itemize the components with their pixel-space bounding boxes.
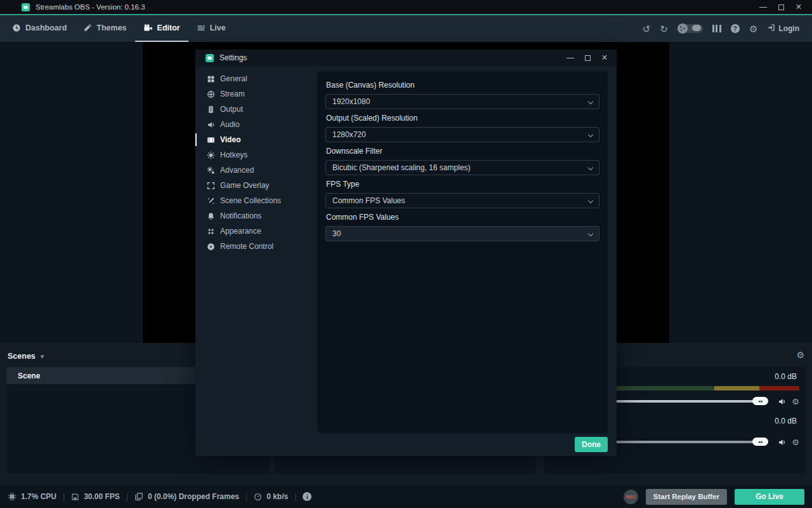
channel-gear-icon[interactable]: ⚙	[792, 397, 799, 406]
themes-icon	[83, 23, 92, 32]
minimize-icon[interactable]: —	[757, 2, 769, 12]
globe-icon	[207, 90, 215, 98]
settings-dialog-icon	[206, 54, 214, 62]
settings-nav-audio[interactable]: Audio	[195, 117, 317, 132]
settings-nav-notifications[interactable]: Notifications	[195, 208, 317, 224]
cpu-status: 1.7% CPU	[8, 492, 56, 501]
nav-live[interactable]: Live	[188, 15, 234, 42]
mixer-channel-db: 0.0 dB	[775, 372, 797, 381]
chevron-down-icon	[588, 165, 593, 170]
video-settings-form: Base (Canvas) Resolution 1920x1080 Outpu…	[317, 71, 608, 433]
fps-status: 30.00 FPS	[71, 492, 120, 501]
settings-nav-stream[interactable]: Stream	[195, 86, 317, 102]
night-mode-toggle[interactable]	[678, 23, 703, 34]
wand-icon	[207, 197, 215, 205]
dialog-maximize-icon[interactable]	[582, 53, 593, 63]
volume-slider-handle[interactable]: ◂▸	[752, 438, 768, 446]
settings-nav-appearance[interactable]: Appearance	[195, 224, 317, 239]
bell-icon	[207, 212, 215, 220]
dashboard-icon	[12, 23, 21, 32]
go-live-button[interactable]: Go Live	[735, 489, 804, 505]
play-circle-icon	[207, 243, 215, 251]
streamlabs-app-icon	[22, 3, 30, 11]
redo-icon[interactable]: ↻	[660, 24, 668, 34]
info-icon[interactable]: i	[303, 492, 311, 501]
settings-nav-scene-collections[interactable]: Scene Collections	[195, 193, 317, 208]
settings-nav-video[interactable]: Video	[195, 132, 317, 147]
settings-gear-icon[interactable]: ⚙	[749, 24, 757, 34]
help-icon[interactable]: ?	[731, 24, 740, 33]
speaker-icon[interactable]	[778, 398, 786, 406]
live-list-icon	[197, 23, 206, 32]
disk-icon	[71, 493, 79, 501]
window-title: Streamlabs OBS - Version: 0.16.3	[36, 3, 145, 11]
chevron-down-icon	[588, 231, 593, 236]
field-label: Common FPS Values	[326, 213, 599, 222]
fullscreen-corners-icon	[207, 182, 215, 190]
volume-slider-handle[interactable]: ◂▸	[752, 397, 768, 405]
settings-nav-remote-control[interactable]: Remote Control	[195, 239, 317, 254]
field-label: FPS Type	[326, 180, 599, 189]
fps-type-select[interactable]: Common FPS Values	[325, 193, 599, 208]
done-button[interactable]: Done	[575, 437, 608, 452]
settings-nav-output[interactable]: Output	[195, 102, 317, 117]
bandwidth-status: 0 kb/s	[254, 492, 288, 501]
settings-nav-hotkeys[interactable]: Hotkeys	[195, 147, 317, 163]
settings-dialog: Settings — × General Stream Output	[195, 50, 617, 456]
dropped-frames-status: 0 (0.0%) Dropped Frames	[134, 492, 239, 501]
maximize-icon[interactable]	[775, 2, 787, 12]
settings-nav-general[interactable]: General	[195, 71, 317, 86]
output-resolution-select[interactable]: 1280x720	[325, 127, 599, 142]
login-button[interactable]: Login	[767, 23, 799, 34]
base-resolution-select[interactable]: 1920x1080	[325, 94, 599, 109]
dialog-minimize-icon[interactable]: —	[565, 53, 576, 63]
gears-icon	[207, 166, 215, 175]
window-titlebar: Streamlabs OBS - Version: 0.16.3 — ×	[0, 0, 812, 14]
settings-dialog-titlebar: Settings — ×	[195, 50, 617, 66]
login-arrow-icon	[767, 23, 775, 34]
close-icon[interactable]: ×	[793, 2, 804, 12]
downscale-filter-select[interactable]: Bicubic (Sharpened scaling, 16 samples)	[325, 160, 599, 175]
gauge-icon	[254, 493, 262, 501]
grid-icon	[207, 75, 215, 83]
undo-icon[interactable]: ↺	[643, 24, 651, 34]
speaker-icon[interactable]	[778, 438, 786, 446]
scenes-caret-icon[interactable]: ▾	[41, 352, 44, 361]
channel-gear-icon[interactable]: ⚙	[792, 438, 799, 447]
settings-sidebar: General Stream Output Audio Video Hotkey…	[195, 71, 317, 254]
server-icon	[207, 105, 215, 114]
field-label: Output (Scaled) Resolution	[326, 114, 599, 123]
nav-themes[interactable]: Themes	[75, 15, 134, 42]
cpu-chip-icon	[8, 492, 16, 501]
common-fps-values-select[interactable]: 30	[325, 226, 599, 241]
nav-editor[interactable]: Editor	[135, 15, 188, 42]
record-button[interactable]: REC	[624, 490, 638, 504]
theme-cookie-icon	[678, 23, 688, 34]
status-bar: 1.7% CPU | 30.00 FPS | 0 (0.0%) Dropped …	[0, 485, 812, 508]
field-label: Base (Canvas) Resolution	[326, 81, 599, 90]
film-icon	[207, 136, 215, 144]
chevron-down-icon	[588, 132, 593, 137]
gear-icon	[207, 151, 215, 159]
editor-camera-icon	[143, 23, 153, 32]
dots-grid-icon	[207, 227, 215, 236]
top-navbar: Dashboard Themes Editor Live ↺ ↻ ? ⚙	[0, 15, 812, 42]
field-label: Downscale Filter	[326, 147, 599, 156]
chevron-down-icon	[588, 99, 593, 104]
mixer-settings-gear-icon[interactable]: ⚙	[796, 350, 804, 360]
scenes-panel-title: Scenes	[8, 352, 36, 361]
chevron-down-icon	[588, 198, 593, 203]
nav-dashboard[interactable]: Dashboard	[4, 15, 75, 42]
settings-nav-advanced[interactable]: Advanced	[195, 163, 317, 178]
streamlabs-obs-window: Streamlabs OBS - Version: 0.16.3 — × Das…	[0, 0, 812, 508]
settings-nav-game-overlay[interactable]: Game Overlay	[195, 178, 317, 193]
mixer-channel-db: 0.0 dB	[775, 417, 797, 425]
start-replay-buffer-button[interactable]: Start Replay Buffer	[646, 489, 727, 505]
layout-columns-icon[interactable]	[712, 25, 721, 32]
frames-icon	[134, 492, 143, 501]
speaker-icon	[207, 121, 215, 129]
settings-dialog-title: Settings	[219, 53, 247, 62]
dialog-close-icon[interactable]: ×	[599, 53, 610, 63]
